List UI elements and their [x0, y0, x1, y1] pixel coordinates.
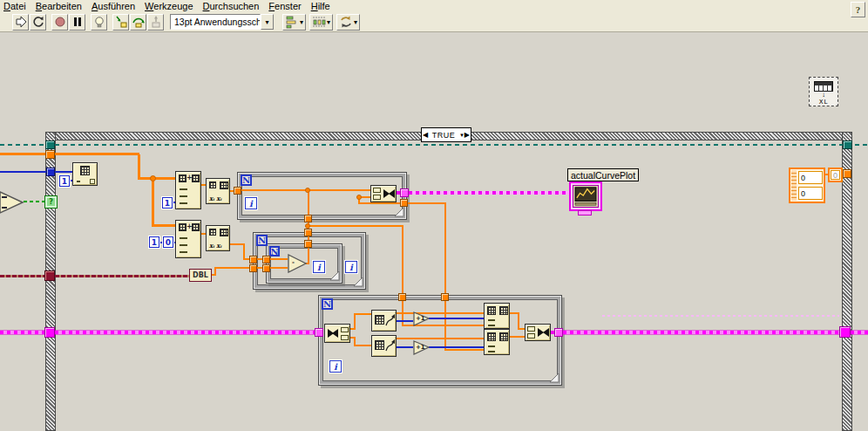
- menu-item-datei[interactable]: Datei: [3, 1, 26, 11]
- bundle-node[interactable]: [525, 324, 551, 341]
- reorder-objects-button[interactable]: ▾: [336, 14, 360, 31]
- maroon-tunnel[interactable]: [44, 270, 55, 281]
- insert-into-array-node[interactable]: +: [175, 171, 201, 209]
- bundle-node[interactable]: [370, 185, 397, 202]
- case-selector-terminal[interactable]: ?: [44, 195, 58, 209]
- orange-wire[interactable]: [444, 349, 485, 351]
- orange-array-wire[interactable]: [138, 154, 140, 180]
- step-over-button[interactable]: [130, 14, 146, 31]
- orange-array-wire[interactable]: [138, 177, 178, 180]
- align-objects-button[interactable]: ▾: [282, 14, 306, 31]
- step-into-button[interactable]: [112, 14, 129, 31]
- loop-iteration-terminal[interactable]: i: [245, 197, 257, 209]
- cluster-field-0[interactable]: 0: [798, 171, 823, 184]
- array-subset-node[interactable]: xᵢ xᵢ: [206, 225, 230, 251]
- numeric-constant-1[interactable]: 1: [59, 175, 70, 187]
- magenta-cluster-array-wire[interactable]: [563, 331, 840, 334]
- resize-corner[interactable]: [395, 208, 404, 217]
- orange-tunnel[interactable]: [304, 240, 312, 248]
- orange-wire[interactable]: [444, 204, 446, 293]
- orange-tunnel[interactable]: [262, 256, 270, 263]
- unbundle-node[interactable]: [324, 324, 350, 343]
- plot-terminal-label[interactable]: actualCurvePlot: [567, 168, 639, 181]
- numeric-constant-0[interactable]: 0: [163, 236, 173, 248]
- pink-tunnel[interactable]: [315, 328, 323, 337]
- case-structure-left-border[interactable]: [45, 132, 56, 431]
- step-out-button[interactable]: [147, 14, 164, 31]
- case-next-icon[interactable]: ▶: [465, 132, 470, 139]
- orange-tunnel[interactable]: [304, 215, 312, 222]
- orange-tunnel[interactable]: [262, 264, 270, 272]
- loop-count-terminal[interactable]: N: [322, 298, 333, 310]
- cluster-field-0[interactable]: 0: [798, 187, 823, 200]
- orange-wire[interactable]: [358, 202, 402, 204]
- orange-wire[interactable]: [270, 267, 288, 269]
- to-double-conversion-node[interactable]: DBL: [189, 269, 212, 282]
- orange-wire[interactable]: [270, 258, 288, 260]
- loop-count-terminal[interactable]: N: [269, 246, 280, 257]
- orange-tunnel[interactable]: [843, 169, 851, 178]
- orange-tunnel[interactable]: [441, 293, 449, 301]
- loop-iteration-terminal[interactable]: i: [329, 360, 342, 373]
- excel-export-subvi[interactable]: ↓ XL: [809, 77, 838, 106]
- cluster-constant[interactable]: 0 0: [789, 168, 825, 203]
- case-selector[interactable]: ◀ TRUE ▼ ▶: [421, 127, 471, 142]
- orange-array-wire[interactable]: [152, 180, 154, 226]
- insert-into-array-node[interactable]: +: [175, 220, 201, 258]
- orange-wire[interactable]: [444, 301, 446, 351]
- magenta-cluster-array-wire[interactable]: [851, 331, 868, 334]
- pink-cluster-wire[interactable]: [409, 191, 569, 195]
- blue-int-wire[interactable]: [0, 171, 73, 173]
- blue-int-wire[interactable]: [397, 320, 413, 322]
- comparison-node[interactable]: [0, 190, 26, 215]
- highlight-execution-button[interactable]: [91, 14, 107, 31]
- numeric-constant-1[interactable]: 1: [162, 197, 173, 209]
- orange-wire[interactable]: [354, 345, 371, 346]
- help-button[interactable]: ?: [851, 2, 865, 17]
- abort-button[interactable]: [51, 14, 68, 31]
- font-selector-dropdown[interactable]: ▾: [261, 14, 274, 30]
- orange-wire[interactable]: [308, 191, 309, 216]
- blue-int-wire[interactable]: [429, 346, 484, 348]
- resize-corner[interactable]: [550, 373, 559, 383]
- run-button[interactable]: [12, 14, 29, 31]
- font-selector[interactable]: 13pt Anwendungsschriftart: [170, 14, 261, 30]
- loop-count-terminal[interactable]: N: [241, 174, 252, 186]
- orange-tunnel[interactable]: [234, 187, 241, 195]
- teal-tunnel[interactable]: [45, 140, 55, 149]
- orange-wire[interactable]: [354, 313, 356, 330]
- orange-wire[interactable]: [397, 312, 484, 314]
- orange-tunnel[interactable]: [249, 264, 257, 272]
- loop-iteration-terminal[interactable]: i: [345, 261, 357, 273]
- resize-corner[interactable]: [354, 277, 363, 287]
- orange-tunnel[interactable]: [304, 229, 312, 236]
- orange-wire[interactable]: [397, 338, 484, 339]
- magenta-tunnel[interactable]: [839, 326, 851, 338]
- orange-array-wire[interactable]: [152, 224, 176, 227]
- magenta-cluster-array-wire[interactable]: [55, 331, 315, 334]
- cluster-element-value[interactable]: 0: [831, 170, 840, 180]
- menu-item-hilfe[interactable]: Hilfe: [311, 1, 330, 11]
- magenta-cluster-array-wire[interactable]: [0, 331, 45, 334]
- teal-reference-wire[interactable]: [0, 144, 868, 146]
- menu-item-bearbeiten[interactable]: Bearbeiten: [36, 1, 82, 11]
- xy-graph-terminal[interactable]: [569, 181, 602, 211]
- distribute-objects-button[interactable]: ▾: [309, 14, 333, 31]
- maroon-dbl-wire[interactable]: [55, 275, 189, 277]
- blue-int-wire[interactable]: [429, 318, 484, 319]
- interpolate-array-node[interactable]: [371, 310, 397, 332]
- orange-wire[interactable]: [518, 328, 525, 330]
- orange-tunnel[interactable]: [400, 199, 408, 207]
- orange-array-wire[interactable]: [0, 153, 139, 155]
- cluster-element-constant[interactable]: 0: [828, 168, 843, 182]
- array-subset-node[interactable]: xᵢ xᵢ: [206, 178, 230, 204]
- orange-tunnel[interactable]: [249, 256, 257, 263]
- orange-wire[interactable]: [402, 227, 403, 293]
- orange-tunnel[interactable]: [45, 150, 55, 159]
- orange-tunnel[interactable]: [398, 293, 406, 301]
- pink-tunnel[interactable]: [400, 188, 409, 197]
- maroon-dbl-wire[interactable]: [0, 275, 45, 277]
- menu-item-ausfuehren[interactable]: Ausführen: [92, 1, 135, 11]
- orange-wire[interactable]: [408, 202, 446, 204]
- orange-wire[interactable]: [510, 336, 525, 338]
